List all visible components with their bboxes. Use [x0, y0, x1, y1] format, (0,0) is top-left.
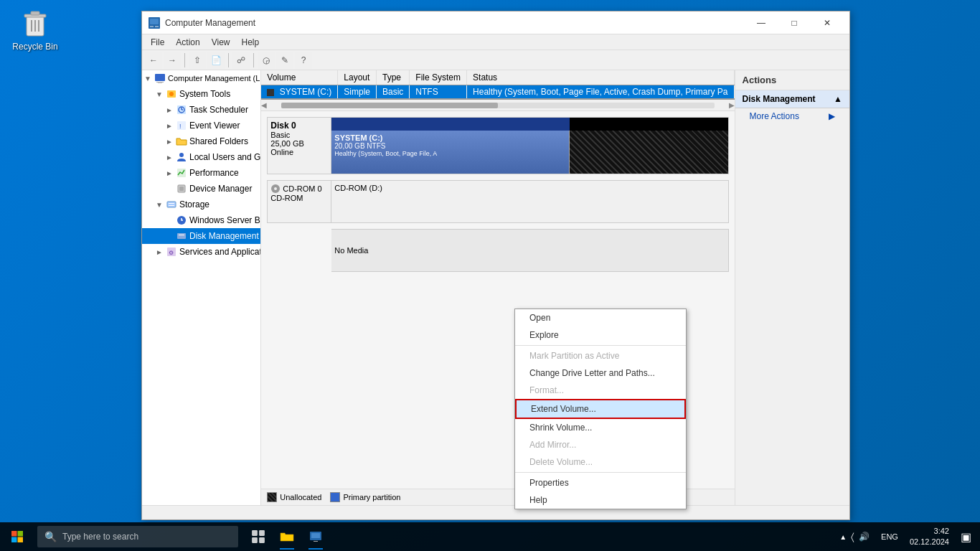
scroll-left[interactable]: ◀ — [261, 101, 267, 109]
scroll-thumb[interactable] — [281, 103, 498, 108]
sidebar-disk-management-label: Disk Management — [188, 231, 259, 241]
disk-0-name: Disk 0 — [270, 121, 328, 131]
new-window-button[interactable]: ◶ — [258, 52, 275, 69]
menu-view[interactable]: View — [206, 36, 236, 49]
menu-help[interactable]: Help — [236, 36, 265, 49]
legend-unallocated: Unallocated — [267, 492, 321, 502]
context-menu-help[interactable]: Help — [515, 491, 686, 509]
svg-rect-27 — [169, 205, 174, 206]
toolbar-separator-3 — [253, 53, 254, 67]
svg-rect-39 — [252, 530, 258, 536]
start-button[interactable] — [0, 522, 34, 551]
context-menu-explore[interactable]: Explore — [515, 326, 686, 344]
actions-section-collapse-icon: ▲ — [834, 94, 842, 104]
disk-0-row: Disk 0 Basic 25,00 GB Online — [267, 117, 728, 174]
task-view-button[interactable] — [244, 522, 273, 551]
task-scheduler-icon — [175, 103, 188, 116]
actions-section-header[interactable]: Disk Management ▲ — [735, 90, 849, 108]
lang-indicator[interactable]: ENG — [875, 522, 904, 551]
properties-button[interactable]: ✎ — [276, 52, 293, 69]
svg-rect-2 — [31, 11, 39, 15]
sidebar-item-system-tools[interactable]: ▼ System Tools — [142, 86, 260, 102]
sidebar-item-windows-backup[interactable]: Windows Server Backup — [142, 212, 260, 228]
col-status[interactable]: Status — [467, 70, 734, 85]
help-toolbar-button[interactable]: ? — [295, 52, 312, 69]
window-icon — [148, 17, 161, 29]
legend-unallocated-label: Unallocated — [280, 493, 321, 501]
search-icon: 🔍 — [44, 531, 57, 542]
context-menu-open[interactable]: Open — [515, 309, 686, 326]
menu-file[interactable]: File — [145, 36, 170, 49]
context-menu-delete-volume: Delete Volume... — [515, 453, 686, 471]
cdrom-0-row: CD-ROM 0 CD-ROM CD-ROM (D:) — [267, 180, 728, 223]
sidebar-item-shared-folders[interactable]: ► Shared Folders — [142, 133, 260, 149]
partition-c-status: Healthy (System, Boot, Page File, A — [334, 150, 565, 157]
col-filesystem[interactable]: File System — [410, 70, 467, 85]
forward-button[interactable]: → — [164, 52, 181, 69]
scroll-track — [281, 103, 714, 108]
horizontal-scrollbar[interactable]: ◀ ▶ — [261, 100, 734, 111]
svg-rect-45 — [314, 541, 318, 542]
recycle-bin-label: Recycle Bin — [12, 42, 57, 52]
clock[interactable]: 3:42 02.12.2024 — [904, 526, 955, 548]
status-bar — [142, 505, 849, 519]
sidebar: ▼ Computer Management (Local) ▼ System T… — [142, 70, 261, 505]
volume-type: Basic — [377, 85, 410, 99]
recycle-bin-icon[interactable]: Recycle Bin — [10, 7, 60, 52]
minimize-button[interactable]: — — [745, 11, 778, 34]
maximize-button[interactable]: □ — [778, 11, 811, 34]
system-tray[interactable]: ▲ 〈 🔊 — [834, 522, 875, 551]
context-menu-change-drive[interactable]: Change Drive Letter and Paths... — [515, 364, 686, 382]
col-layout[interactable]: Layout — [338, 70, 377, 85]
system-tools-icon — [165, 88, 178, 100]
sidebar-item-device-manager[interactable]: Device Manager — [142, 181, 260, 197]
partition-unallocated[interactable] — [570, 131, 728, 174]
context-menu-properties[interactable]: Properties — [515, 474, 686, 491]
search-bar[interactable]: 🔍 Type here to search — [37, 526, 238, 547]
sidebar-item-local-users[interactable]: ► Local Users and Groups — [142, 149, 260, 165]
up-button[interactable]: ⇧ — [189, 52, 206, 69]
volume-row[interactable]: SYSTEM (C:) Simple Basic NTFS Healthy (S… — [261, 85, 734, 99]
menu-action[interactable]: Action — [170, 36, 205, 49]
volume-icon: 🔊 — [859, 532, 870, 542]
tree-toggle-task-scheduler: ► — [164, 106, 175, 114]
time-display: 3:42 — [934, 526, 949, 537]
show-hide-console-button[interactable]: 📄 — [207, 52, 225, 69]
file-explorer-button[interactable] — [273, 522, 301, 551]
storage-icon — [165, 198, 178, 211]
actions-more-actions[interactable]: More Actions ▶ — [735, 108, 849, 124]
tree-toggle-root: ▼ — [142, 75, 154, 83]
computer-management-taskbar[interactable] — [301, 522, 330, 551]
svg-rect-24 — [179, 187, 184, 191]
context-menu-shrink[interactable]: Shrink Volume... — [515, 419, 686, 436]
sidebar-services-label: Services and Applications — [178, 247, 261, 257]
sidebar-windows-backup-label: Windows Server Backup — [188, 215, 261, 225]
sidebar-item-root[interactable]: ▼ Computer Management (Local) — [142, 70, 260, 86]
col-volume[interactable]: Volume — [261, 70, 338, 85]
sidebar-item-disk-management[interactable]: Disk Management — [142, 228, 260, 244]
scroll-right[interactable]: ▶ — [729, 101, 735, 109]
col-type[interactable]: Type — [377, 70, 410, 85]
window-controls: — □ ✕ — [745, 11, 844, 34]
svg-rect-30 — [179, 235, 184, 235]
sidebar-item-task-scheduler[interactable]: ► Task Scheduler — [142, 102, 260, 118]
toolbar-separator-1 — [184, 53, 185, 67]
sidebar-item-event-viewer[interactable]: ► ! Event Viewer — [142, 118, 260, 133]
local-users-icon — [175, 151, 188, 164]
sidebar-item-services[interactable]: ► ⚙ Services and Applications — [142, 244, 260, 260]
close-button[interactable]: ✕ — [811, 11, 844, 34]
context-menu-extend-volume[interactable]: Extend Volume... — [515, 399, 686, 419]
taskbar-right: ▲ 〈 🔊 ENG 3:42 02.12.2024 ▣ — [834, 522, 980, 551]
svg-rect-44 — [311, 533, 320, 538]
notification-button[interactable]: ▣ — [955, 530, 977, 544]
show-action-pane-button[interactable]: ☍ — [232, 52, 250, 69]
title-bar: Computer Management — □ ✕ — [142, 11, 849, 34]
back-button[interactable]: ← — [145, 52, 162, 69]
sidebar-storage-label: Storage — [178, 199, 209, 209]
partition-c[interactable]: SYSTEM (C:) 20,00 GB NTFS Healthy (Syste… — [331, 131, 569, 174]
tree-toggle-services: ► — [154, 248, 165, 256]
sidebar-item-storage[interactable]: ▼ Storage — [142, 197, 260, 212]
sidebar-item-performance[interactable]: ► Performance — [142, 165, 260, 181]
tray-arrow[interactable]: ▲ — [839, 533, 847, 541]
toolbar-separator-2 — [228, 53, 229, 67]
